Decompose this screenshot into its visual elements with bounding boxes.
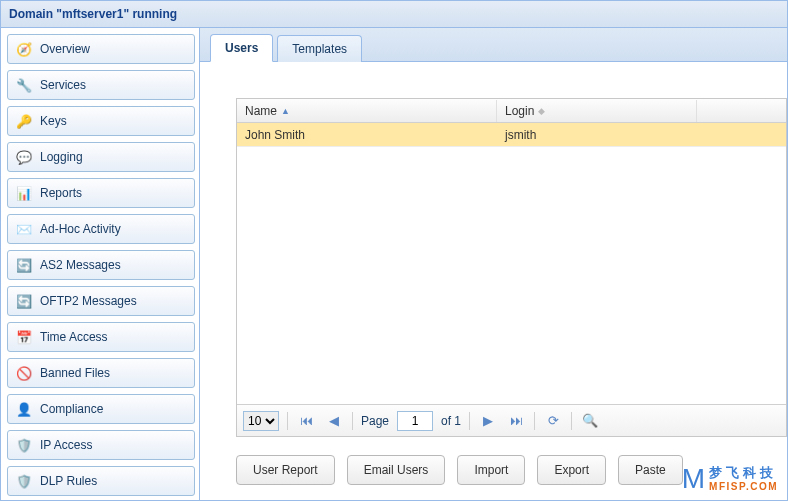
compass-icon: 🧭 <box>16 41 32 57</box>
main-panel: Users Templates Name ▲ Login ◆ <box>200 28 787 501</box>
last-page-icon[interactable]: ⏭ <box>506 413 526 428</box>
sidebar-item-label: Keys <box>40 114 67 128</box>
sidebar-item-label: Logging <box>40 150 83 164</box>
column-label: Name <box>245 104 277 118</box>
sort-asc-icon: ▲ <box>281 106 290 116</box>
button-bar: User Report Email Users Import Export Pa… <box>236 437 787 485</box>
email-users-button[interactable]: Email Users <box>347 455 446 485</box>
sidebar: 🧭 Overview 🔧 Services 🔑 Keys 💬 Logging 📊… <box>1 28 200 501</box>
search-icon[interactable]: 🔍 <box>580 413 600 428</box>
users-table: Name ▲ Login ◆ John Smith jsmith <box>236 98 787 437</box>
chart-icon: 📊 <box>16 185 32 201</box>
separator <box>352 412 353 430</box>
sidebar-item-label: Services <box>40 78 86 92</box>
cell-name: John Smith <box>237 124 497 146</box>
domain-header: Domain "mftserver1" running <box>1 1 787 28</box>
page-input[interactable] <box>397 411 433 431</box>
cell-rest <box>697 131 786 139</box>
separator <box>571 412 572 430</box>
separator <box>287 412 288 430</box>
import-button[interactable]: Import <box>457 455 525 485</box>
sidebar-item-logging[interactable]: 💬 Logging <box>7 142 195 172</box>
sidebar-item-label: IP Access <box>40 438 92 452</box>
sidebar-item-adhoc-activity[interactable]: ✉️ Ad-Hoc Activity <box>7 214 195 244</box>
sidebar-item-label: AS2 Messages <box>40 258 121 272</box>
sidebar-item-ip-access[interactable]: 🛡️ IP Access <box>7 430 195 460</box>
tab-templates[interactable]: Templates <box>277 35 362 62</box>
table-row[interactable]: John Smith jsmith <box>237 123 786 147</box>
tab-content: Name ▲ Login ◆ John Smith jsmith <box>200 62 787 501</box>
sidebar-item-label: Banned Files <box>40 366 110 380</box>
separator <box>534 412 535 430</box>
sidebar-item-label: Ad-Hoc Activity <box>40 222 121 236</box>
ban-icon: 🚫 <box>16 365 32 381</box>
sidebar-item-label: Reports <box>40 186 82 200</box>
sidebar-item-time-access[interactable]: 📅 Time Access <box>7 322 195 352</box>
export-button[interactable]: Export <box>537 455 606 485</box>
sync-icon: 🔄 <box>16 293 32 309</box>
sidebar-item-compliance[interactable]: 👤 Compliance <box>7 394 195 424</box>
column-header-name[interactable]: Name ▲ <box>237 100 497 122</box>
sidebar-item-label: Time Access <box>40 330 108 344</box>
separator <box>469 412 470 430</box>
table-body: John Smith jsmith <box>237 123 786 404</box>
key-icon: 🔑 <box>16 113 32 129</box>
wrench-icon: 🔧 <box>16 77 32 93</box>
sidebar-item-label: Overview <box>40 42 90 56</box>
shield-icon: 🛡️ <box>16 473 32 489</box>
user-report-button[interactable]: User Report <box>236 455 335 485</box>
refresh-icon[interactable]: ⟳ <box>543 413 563 428</box>
sync-icon: 🔄 <box>16 257 32 273</box>
calendar-icon: 📅 <box>16 329 32 345</box>
sidebar-item-label: OFTP2 Messages <box>40 294 137 308</box>
mail-icon: ✉️ <box>16 221 32 237</box>
speech-icon: 💬 <box>16 149 32 165</box>
sidebar-item-services[interactable]: 🔧 Services <box>7 70 195 100</box>
sidebar-item-as2-messages[interactable]: 🔄 AS2 Messages <box>7 250 195 280</box>
sidebar-item-overview[interactable]: 🧭 Overview <box>7 34 195 64</box>
tab-bar: Users Templates <box>200 28 787 62</box>
sidebar-item-oftp2-messages[interactable]: 🔄 OFTP2 Messages <box>7 286 195 316</box>
sidebar-item-keys[interactable]: 🔑 Keys <box>7 106 195 136</box>
next-page-icon[interactable]: ▶ <box>478 413 498 428</box>
column-label: Login <box>505 104 534 118</box>
paste-button[interactable]: Paste <box>618 455 683 485</box>
tab-users[interactable]: Users <box>210 34 273 62</box>
person-icon: 👤 <box>16 401 32 417</box>
sort-none-icon: ◆ <box>538 106 545 116</box>
first-page-icon[interactable]: ⏮ <box>296 413 316 428</box>
page-of-label: of 1 <box>441 414 461 428</box>
column-header-login[interactable]: Login ◆ <box>497 100 697 122</box>
sidebar-item-banned-files[interactable]: 🚫 Banned Files <box>7 358 195 388</box>
page-size-select[interactable]: 10 <box>243 411 279 431</box>
cell-login: jsmith <box>497 124 697 146</box>
sidebar-item-dlp-rules[interactable]: 🛡️ DLP Rules <box>7 466 195 496</box>
sidebar-item-label: DLP Rules <box>40 474 97 488</box>
page-label: Page <box>361 414 389 428</box>
sidebar-item-reports[interactable]: 📊 Reports <box>7 178 195 208</box>
sidebar-item-label: Compliance <box>40 402 103 416</box>
shield-icon: 🛡️ <box>16 437 32 453</box>
table-header: Name ▲ Login ◆ <box>237 99 786 123</box>
prev-page-icon[interactable]: ◀ <box>324 413 344 428</box>
pager: 10 ⏮ ◀ Page of 1 ▶ ⏭ ⟳ 🔍 <box>237 404 786 436</box>
column-header-rest <box>697 107 786 115</box>
